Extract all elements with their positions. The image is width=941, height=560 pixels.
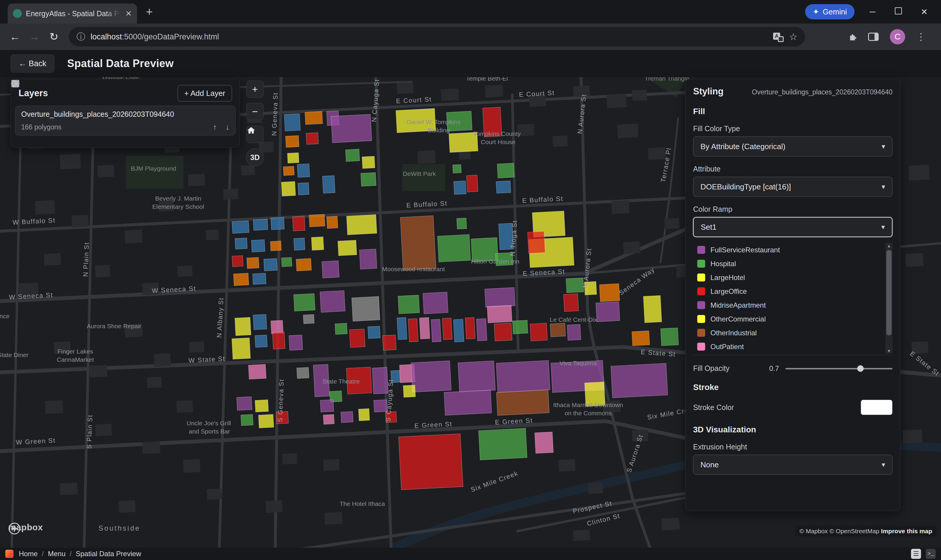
legend-row[interactable]: Hospital bbox=[693, 257, 883, 271]
map-building[interactable] bbox=[361, 173, 376, 186]
map-building[interactable] bbox=[251, 240, 265, 252]
map-canvas[interactable]: E Court StE Court StN Aurora StN Geneva … bbox=[0, 77, 941, 548]
fill-opacity-slider[interactable] bbox=[786, 365, 892, 372]
map-building[interactable] bbox=[322, 261, 339, 278]
map-building[interactable] bbox=[611, 363, 667, 398]
tab-close-icon[interactable]: ✕ bbox=[125, 9, 132, 18]
map-building[interactable] bbox=[632, 331, 650, 346]
map-building[interactable] bbox=[535, 432, 554, 453]
map-building[interactable] bbox=[296, 258, 311, 271]
reset-home-button[interactable] bbox=[246, 126, 263, 143]
delete-layer-trash-icon[interactable] bbox=[11, 79, 20, 88]
map-building[interactable] bbox=[311, 237, 324, 250]
legend-row[interactable]: MidriseApartment bbox=[693, 298, 883, 312]
map-building[interactable] bbox=[298, 183, 309, 195]
map-building[interactable] bbox=[527, 231, 545, 254]
legend-scrollbar[interactable]: ▲ ▼ bbox=[886, 243, 892, 354]
map-building[interactable] bbox=[270, 241, 281, 251]
fill-color-type-select[interactable]: By Attribute (Categorical) ▾ bbox=[693, 137, 892, 157]
map-building[interactable] bbox=[253, 219, 268, 230]
map-building[interactable] bbox=[442, 318, 452, 339]
map-building[interactable] bbox=[341, 411, 353, 423]
attribute-select[interactable]: DOEBuildingType [cat(16)] ▾ bbox=[693, 177, 892, 197]
map-building[interactable] bbox=[467, 175, 478, 192]
address-bar[interactable]: ⓘ localhost:5000/geoDataPreview.html A ☆ bbox=[69, 27, 805, 46]
url-text[interactable]: localhost:5000/geoDataPreview.html bbox=[91, 32, 768, 42]
map-building[interactable] bbox=[284, 114, 301, 131]
breadcrumb-item[interactable]: Menu bbox=[48, 550, 66, 558]
map-building[interactable] bbox=[237, 397, 252, 411]
map-building[interactable] bbox=[444, 390, 492, 415]
map-building[interactable] bbox=[408, 318, 418, 342]
map-building[interactable] bbox=[497, 163, 514, 178]
map-building[interactable] bbox=[403, 385, 415, 397]
map-building[interactable] bbox=[411, 361, 451, 392]
map-building[interactable] bbox=[383, 335, 397, 350]
legend-row[interactable]: LargeOffice bbox=[693, 285, 883, 298]
map-building[interactable] bbox=[566, 278, 584, 293]
map-building[interactable] bbox=[452, 165, 461, 173]
map-building[interactable] bbox=[323, 414, 334, 425]
terminal-icon[interactable]: >_ bbox=[926, 549, 936, 559]
site-info-icon[interactable]: ⓘ bbox=[77, 31, 85, 43]
map-building[interactable] bbox=[496, 181, 511, 193]
map-building[interactable] bbox=[338, 240, 357, 255]
legend-row[interactable]: OtherIndustrial bbox=[693, 326, 883, 340]
toggle-3d-button[interactable]: 3D bbox=[246, 148, 264, 166]
map-building[interactable] bbox=[271, 320, 283, 334]
map-building[interactable] bbox=[419, 317, 430, 339]
map-building[interactable] bbox=[232, 221, 249, 234]
map-building[interactable] bbox=[241, 414, 253, 426]
map-building[interactable] bbox=[596, 302, 620, 322]
map-building[interactable] bbox=[400, 215, 436, 270]
map-building[interactable] bbox=[294, 238, 305, 250]
map-building[interactable] bbox=[289, 335, 303, 350]
map-building[interactable] bbox=[397, 317, 407, 339]
map-building[interactable] bbox=[335, 323, 347, 334]
map-building[interactable] bbox=[292, 216, 305, 231]
map-building[interactable] bbox=[247, 257, 259, 269]
move-layer-down-icon[interactable]: ↓ bbox=[226, 123, 229, 132]
gemini-button[interactable]: ✦ Gemini bbox=[805, 4, 855, 19]
menu-dots-icon[interactable]: ⋮ bbox=[916, 31, 926, 42]
add-layer-button[interactable]: + Add Layer bbox=[178, 85, 232, 102]
legend-row[interactable]: FullServiceRestaurant bbox=[693, 243, 883, 257]
map-building[interactable] bbox=[252, 273, 266, 285]
fill-opacity-thumb[interactable] bbox=[857, 365, 864, 372]
map-building[interactable] bbox=[249, 365, 266, 379]
map-building[interactable] bbox=[398, 295, 419, 314]
breadcrumb[interactable]: Home/Menu/Spatial Data Preview bbox=[19, 550, 141, 558]
browser-tab[interactable]: EnergyAtlas - Spatial Data Preview ✕ bbox=[8, 3, 137, 23]
map-building[interactable] bbox=[286, 135, 299, 147]
map-building[interactable] bbox=[372, 367, 389, 394]
stroke-color-swatch[interactable] bbox=[861, 400, 892, 415]
map-building[interactable] bbox=[368, 326, 380, 338]
minimize-button[interactable]: ─ bbox=[864, 7, 880, 17]
attribution-text[interactable]: © Mapbox © OpenStreetMap bbox=[800, 528, 879, 534]
map-building[interactable] bbox=[487, 305, 512, 323]
map-building[interactable] bbox=[306, 133, 318, 145]
close-button[interactable]: ✕ bbox=[916, 7, 932, 17]
map-building[interactable] bbox=[661, 328, 679, 346]
map-building[interactable] bbox=[457, 218, 467, 229]
map-building[interactable] bbox=[512, 320, 528, 334]
map-building[interactable] bbox=[362, 156, 375, 169]
map-building[interactable] bbox=[234, 273, 249, 286]
map-building[interactable] bbox=[346, 214, 377, 235]
layer-card[interactable]: Overture_buildings_places_20260203T09464… bbox=[15, 106, 235, 135]
map-building[interactable] bbox=[255, 335, 267, 347]
legend-row[interactable]: OutPatient bbox=[693, 340, 883, 354]
scroll-down-icon[interactable]: ▼ bbox=[886, 349, 892, 353]
zoom-in-button[interactable]: + bbox=[246, 81, 263, 98]
map-building[interactable] bbox=[458, 361, 495, 392]
legend-row[interactable]: LargeHotel bbox=[693, 271, 883, 285]
map-building[interactable] bbox=[359, 249, 377, 269]
map-building[interactable] bbox=[352, 297, 380, 322]
map-building[interactable] bbox=[253, 314, 267, 330]
improve-map-link[interactable]: Improve this map bbox=[881, 528, 932, 534]
map-building[interactable] bbox=[281, 182, 295, 196]
map-building[interactable] bbox=[271, 217, 284, 230]
map-building[interactable] bbox=[484, 287, 515, 307]
map-building[interactable] bbox=[235, 317, 251, 336]
refresh-icon[interactable]: ↻ bbox=[45, 28, 62, 45]
